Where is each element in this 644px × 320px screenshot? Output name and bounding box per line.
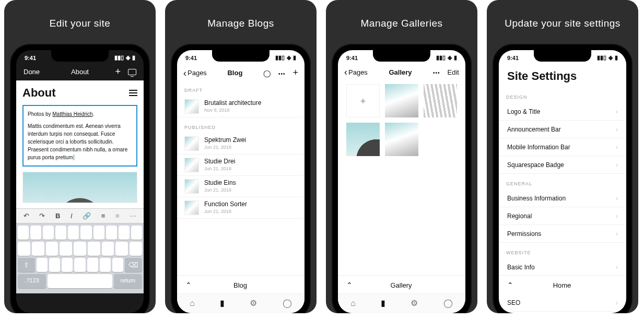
key-h[interactable]: h	[88, 242, 100, 256]
blog-post-item[interactable]: Studie DreiJun 21, 2018	[177, 155, 305, 176]
key-t[interactable]: t	[68, 226, 79, 240]
edit-button[interactable]: Edit	[448, 68, 459, 76]
gallery-image[interactable]	[346, 123, 380, 156]
preview-icon[interactable]	[128, 69, 136, 75]
key-l[interactable]: l	[130, 242, 142, 256]
post-thumbnail	[184, 179, 199, 194]
add-button[interactable]	[115, 66, 121, 77]
return-key[interactable]: return	[114, 274, 142, 288]
backspace-key[interactable]: ⌫	[125, 258, 142, 272]
settings-row[interactable]: Mobile Information Bar›	[499, 138, 626, 156]
chevron-right-icon: ›	[616, 125, 618, 133]
account-tab-icon[interactable]: ◯	[283, 298, 292, 308]
pages-tab-icon[interactable]: ▮	[220, 298, 225, 308]
settings-row[interactable]: Basic Info›	[499, 258, 626, 276]
key-n[interactable]: n	[100, 258, 111, 272]
gallery-image[interactable]	[424, 84, 457, 117]
key-z[interactable]: z	[37, 258, 48, 272]
more-icon[interactable]	[278, 68, 286, 78]
key-r[interactable]: r	[55, 226, 66, 240]
settings-row-label: Logo & Title	[507, 108, 540, 115]
back-button[interactable]: Pages	[344, 67, 368, 77]
hamburger-icon[interactable]	[129, 90, 137, 96]
numeric-key[interactable]: .?123	[18, 274, 46, 288]
key-k[interactable]: k	[115, 242, 128, 256]
key-s[interactable]: s	[32, 242, 44, 256]
post-thumbnail	[184, 136, 199, 151]
blog-post-item[interactable]: Spektrum ZweiJun 21, 2018	[177, 133, 305, 155]
collection-label: Home	[553, 281, 571, 289]
settings-row-label: Permissions	[507, 230, 541, 238]
settings-row[interactable]: Regional›	[499, 207, 626, 225]
add-post-button[interactable]	[292, 67, 298, 78]
add-image-button[interactable]	[346, 84, 380, 117]
key-j[interactable]: j	[102, 242, 114, 256]
shift-key[interactable]: ⇧	[18, 258, 35, 272]
comments-icon[interactable]	[263, 68, 271, 78]
settings-row[interactable]: Squarespace Badge›	[499, 156, 626, 174]
page-heading[interactable]: About	[22, 86, 56, 100]
gallery-image[interactable]	[385, 123, 418, 156]
settings-row-label: Squarespace Badge	[507, 161, 564, 169]
key-c[interactable]: c	[62, 258, 73, 272]
credit-link[interactable]: Matthias Heidrich	[52, 111, 92, 117]
key-i[interactable]: i	[106, 226, 117, 240]
space-key[interactable]: space	[48, 274, 112, 288]
image-block[interactable]	[22, 172, 137, 203]
key-g[interactable]: g	[74, 242, 86, 256]
chevron-up-icon	[185, 281, 192, 289]
settings-row[interactable]: Announcement Bar›	[499, 121, 626, 138]
account-tab-icon[interactable]: ◯	[443, 298, 453, 308]
settings-row[interactable]: Logo & Title›	[499, 103, 626, 121]
settings-tab-icon[interactable]: ⚙	[250, 298, 257, 308]
format-toolbar: ↶ ↷ B I 🔗 ≡ ≡ ⋯	[16, 208, 144, 223]
chevron-right-icon: ›	[616, 263, 618, 271]
pages-tab-icon[interactable]: ▮	[381, 298, 385, 308]
home-tab-icon[interactable]: ⌂	[190, 299, 195, 308]
blog-post-item[interactable]: Studie EinsJun 21, 2018	[177, 176, 305, 197]
key-p[interactable]: p	[131, 226, 142, 240]
key-f[interactable]: f	[60, 242, 72, 256]
key-o[interactable]: o	[119, 226, 130, 240]
more-icon[interactable]: ⋯	[130, 212, 136, 220]
settings-tab-icon[interactable]: ⚙	[411, 298, 418, 308]
key-d[interactable]: d	[46, 242, 58, 256]
back-button[interactable]: Pages	[183, 68, 207, 78]
signal-icon: ▮▮▯	[597, 54, 606, 61]
undo-icon[interactable]: ↶	[24, 212, 29, 220]
align-center-icon[interactable]: ≡	[115, 212, 120, 220]
settings-row[interactable]: Business Information›	[499, 189, 626, 207]
key-b[interactable]: b	[87, 258, 98, 272]
text-block[interactable]: Photos by Matthias Heidrich. Mattis cond…	[22, 105, 137, 167]
key-v[interactable]: v	[74, 258, 85, 272]
collection-selector[interactable]: Gallery	[338, 275, 465, 294]
key-q[interactable]: q	[18, 226, 29, 240]
key-m[interactable]: m	[112, 258, 123, 272]
italic-button[interactable]: I	[71, 212, 73, 220]
link-icon[interactable]: 🔗	[83, 212, 91, 220]
gallery-image[interactable]	[385, 84, 418, 117]
key-u[interactable]: u	[93, 226, 104, 240]
collection-selector[interactable]: Blog	[177, 275, 305, 294]
gallery-grid	[338, 79, 465, 161]
more-icon[interactable]	[433, 67, 440, 77]
battery-icon: ▮	[132, 54, 135, 61]
key-y[interactable]: y	[80, 226, 91, 240]
collection-selector[interactable]: Home	[499, 275, 626, 294]
post-thumbnail	[184, 200, 199, 215]
align-left-icon[interactable]: ≡	[101, 212, 106, 220]
done-button[interactable]: Done	[24, 68, 40, 76]
signal-icon: ▮▮▯	[114, 54, 124, 61]
key-e[interactable]: e	[43, 226, 54, 240]
home-tab-icon[interactable]: ⌂	[350, 299, 356, 308]
blog-draft-item[interactable]: Brutalist architecture Nov 8, 2018	[177, 96, 305, 117]
key-x[interactable]: x	[49, 258, 60, 272]
key-a[interactable]: a	[18, 242, 30, 256]
blog-post-item[interactable]: Function SorterJun 21, 2018	[177, 197, 305, 219]
bold-button[interactable]: B	[55, 212, 60, 220]
redo-icon[interactable]: ↷	[39, 212, 45, 220]
settings-row[interactable]: Permissions›	[499, 225, 626, 243]
chevron-right-icon: ›	[616, 108, 618, 115]
key-w[interactable]: w	[30, 226, 41, 240]
settings-row[interactable]: SEO›	[499, 294, 626, 312]
